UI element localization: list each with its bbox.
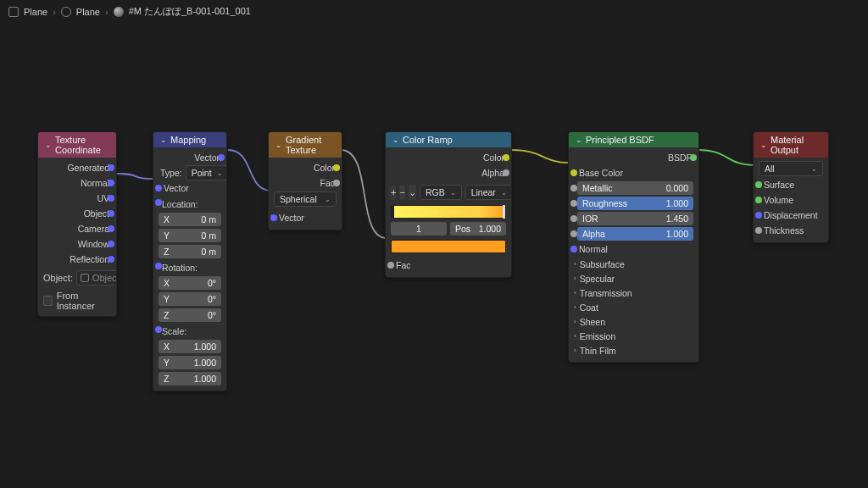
group-sheen[interactable]: ›Sheen [574,315,693,328]
color-ramp-gradient[interactable] [391,205,506,219]
socket-in[interactable] [155,185,162,191]
socket-out[interactable] [690,154,697,161]
node-title: Material Output [771,135,821,155]
group-coat[interactable]: ›Coat [574,301,693,313]
node-material-output[interactable]: ⌄ Material Output All⌄ Surface Volume Di… [753,131,829,243]
from-instancer-checkbox[interactable]: From Instancer [43,291,111,311]
node-principled-bsdf[interactable]: ⌄ Principled BSDF BSDF Base Color Metall… [568,131,699,363]
ramp-add-button[interactable]: + [391,185,396,200]
socket-in[interactable] [570,230,577,237]
scale-z[interactable]: Z1.000 [159,372,221,385]
breadcrumb: Plane › Plane › #M たんぽぽ_B-001-001_001 [0,0,868,23]
mesh-icon [8,7,19,17]
socket-label: Vector [194,152,220,163]
group-thin-film[interactable]: ›Thin Film [574,344,693,357]
location-z[interactable]: Z0 m [159,245,221,258]
ior-field[interactable]: IOR1.450 [577,212,693,225]
socket-out[interactable] [503,154,509,161]
location-y[interactable]: Y0 m [159,229,221,242]
socket-in[interactable] [155,199,162,206]
socket-out[interactable] [108,210,114,217]
chevron-right-icon: › [574,347,576,354]
ramp-menu-button[interactable]: ⌄ [409,185,416,200]
breadcrumb-item[interactable]: #M たんぽぽ_B-001-001_001 [129,5,251,18]
socket-out[interactable] [218,154,225,161]
node-header[interactable]: ⌄ Principled BSDF [569,132,698,147]
node-header[interactable]: ⌄ Mapping [153,132,226,147]
chevron-down-icon: ⌄ [275,141,282,149]
socket-out[interactable] [108,225,114,232]
socket-in[interactable] [570,200,577,207]
socket-in[interactable] [387,262,394,269]
chevron-down-icon: ⌄ [760,141,767,149]
node-header[interactable]: ⌄ Color Ramp [386,132,511,147]
ramp-stop[interactable] [503,205,505,219]
socket-in[interactable] [270,214,277,221]
rotation-x[interactable]: X0° [159,276,221,290]
socket-in[interactable] [570,185,577,191]
node-header[interactable]: ⌄ Material Output [754,132,828,158]
socket-in[interactable] [755,181,762,188]
socket-in[interactable] [570,169,577,176]
scale-x[interactable]: X1.000 [159,340,221,353]
rotation-y[interactable]: Y0° [159,292,221,306]
socket-label: Color [483,152,504,163]
socket-out[interactable] [333,180,340,186]
group-specular[interactable]: ›Specular [574,272,693,285]
socket-out[interactable] [108,256,114,263]
breadcrumb-item[interactable]: Plane [76,7,100,17]
chevron-right-icon: › [105,7,108,17]
node-color-ramp[interactable]: ⌄ Color Ramp Color Alpha + − ⌄ RGB⌄ Line… [385,131,512,278]
socket-in[interactable] [155,326,162,333]
object-picker[interactable]: Object [76,270,117,286]
ramp-stop[interactable] [392,205,394,219]
scale-y[interactable]: Y1.000 [159,356,221,369]
checkbox-label: From Instancer [57,291,111,311]
type-dropdown[interactable]: Point⌄ [186,165,227,180]
socket-in[interactable] [755,227,762,234]
node-mapping[interactable]: ⌄ Mapping Vector Type: Point⌄ Vector Loc… [153,131,227,391]
socket-out[interactable] [108,195,114,202]
socket-label: Color [314,163,335,173]
ramp-mode-dropdown[interactable]: RGB⌄ [420,185,462,200]
ramp-remove-button[interactable]: − [399,185,404,200]
socket-out[interactable] [108,180,114,186]
gradient-type-dropdown[interactable]: Spherical⌄ [274,191,337,207]
node-editor-canvas[interactable]: ⌄ Texture Coordinate Generated Normal UV… [0,20,868,488]
metallic-field[interactable]: Metallic0.000 [577,181,693,195]
roughness-field[interactable]: Roughness1.000 [577,197,693,210]
group-transmission[interactable]: ›Transmission [574,286,693,299]
socket-label: Surface [764,180,794,190]
ramp-index-field[interactable]: 1 [391,222,447,236]
socket-out[interactable] [108,241,114,247]
mesh-icon [81,274,89,282]
node-header[interactable]: ⌄ Gradient Texture [269,132,342,158]
rotation-z[interactable]: Z0° [159,308,221,322]
group-subsurface[interactable]: ›Subsurface [574,258,693,270]
socket-label: Window [78,239,109,249]
ramp-color-swatch[interactable] [391,240,506,253]
socket-in[interactable] [570,246,577,252]
alpha-field[interactable]: Alpha1.000 [577,227,693,241]
socket-label: Alpha [481,168,504,178]
socket-in[interactable] [755,197,762,203]
socket-in[interactable] [155,263,162,269]
socket-out[interactable] [108,164,114,171]
output-target-dropdown[interactable]: All⌄ [759,161,823,176]
socket-label: Normal [81,178,109,188]
socket-out[interactable] [333,164,340,171]
location-x[interactable]: X0 m [159,213,221,226]
socket-out[interactable] [503,169,509,176]
socket-label: Base Color [579,168,623,178]
socket-label: Vector [279,213,304,223]
breadcrumb-item[interactable]: Plane [24,7,47,17]
group-emission[interactable]: ›Emission [574,330,693,342]
chevron-right-icon: › [574,303,576,311]
ramp-interp-dropdown[interactable]: Linear⌄ [465,185,512,200]
socket-in[interactable] [755,212,762,219]
socket-in[interactable] [570,215,577,222]
node-header[interactable]: ⌄ Texture Coordinate [38,132,116,158]
node-texture-coordinate[interactable]: ⌄ Texture Coordinate Generated Normal UV… [37,131,117,317]
node-gradient-texture[interactable]: ⌄ Gradient Texture Color Fac Spherical⌄ … [268,131,342,230]
ramp-pos-field[interactable]: Pos1.000 [450,222,506,236]
